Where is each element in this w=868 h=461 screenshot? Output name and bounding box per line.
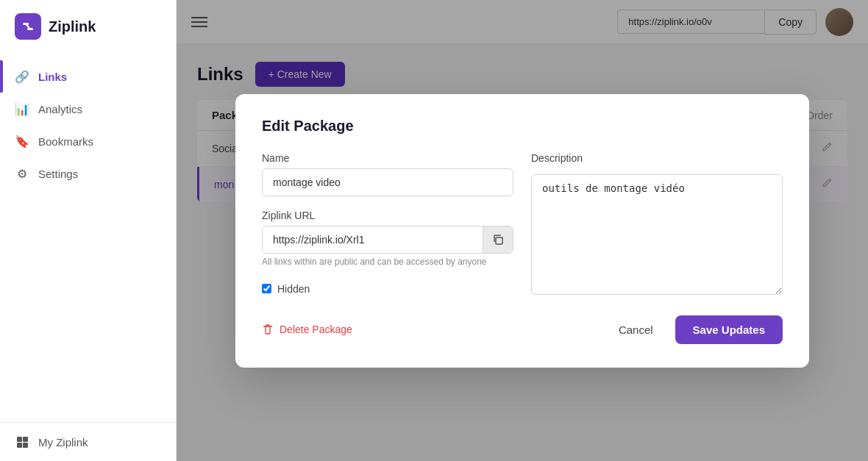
svg-rect-5 [23,437,28,442]
modal-left-column: Name Ziplink URL [262,152,513,295]
sidebar-bottom: My Ziplink [0,422,176,461]
description-label: Description [531,152,783,164]
modal-actions: Delete Package Cancel Save Updates [262,315,783,344]
svg-rect-6 [23,443,28,448]
svg-rect-3 [17,437,22,442]
sidebar-label-analytics: Analytics [38,103,82,115]
description-textarea[interactable]: outils de montage vidéo [531,174,783,295]
my-ziplink-icon [15,435,29,449]
modal-overlay: Edit Package Name Ziplink URL [177,0,868,461]
url-field-group: Ziplink URL All links within are public … [262,210,513,267]
modal-title: Edit Package [262,118,783,135]
ziplink-url-input[interactable] [263,226,483,253]
hidden-checkbox[interactable] [262,284,271,293]
url-field-wrapper [262,226,513,254]
modal-right-actions: Cancel Save Updates [605,315,783,344]
modal-right-column: Description outils de montage vidéo [531,152,783,295]
cancel-button[interactable]: Cancel [605,316,666,343]
sidebar-label-links: Links [38,71,67,83]
name-label: Name [262,152,513,164]
sidebar-item-settings[interactable]: ⚙ Settings [0,157,176,190]
link-icon: 🔗 [15,69,29,84]
sidebar-item-my-ziplink[interactable]: My Ziplink [15,435,161,449]
sidebar-item-analytics[interactable]: 📊 Analytics [0,93,176,125]
hidden-label: Hidden [277,283,310,295]
main-content: Copy Links + Create New Packages Order S… [177,0,868,461]
url-copy-button[interactable] [483,226,513,253]
save-updates-button[interactable]: Save Updates [675,315,783,344]
url-label: Ziplink URL [262,210,513,221]
url-hint: All links within are public and can be a… [262,257,513,267]
delete-package-label: Delete Package [280,324,352,335]
logo-area: Ziplink [0,0,176,53]
edit-package-modal: Edit Package Name Ziplink URL [235,94,809,368]
sidebar-nav: 🔗 Links 📊 Analytics 🔖 Bookmarks ⚙ Settin… [0,53,176,422]
logo-text: Ziplink [49,18,96,35]
hidden-checkbox-row: Hidden [262,283,513,295]
sidebar-label-bookmarks: Bookmarks [38,135,93,148]
name-field-group: Name [262,152,513,196]
trash-icon [262,324,274,335]
sidebar-item-links[interactable]: 🔗 Links [0,60,176,93]
analytics-icon: 📊 [15,101,29,116]
delete-package-button[interactable]: Delete Package [262,324,352,335]
svg-rect-4 [17,443,22,448]
logo-icon [15,13,41,40]
modal-form: Name Ziplink URL [262,152,783,295]
sidebar: Ziplink 🔗 Links 📊 Analytics 🔖 Bookmarks … [0,0,177,461]
sidebar-item-bookmarks[interactable]: 🔖 Bookmarks [0,125,176,157]
bookmark-icon: 🔖 [15,134,29,149]
sidebar-label-my-ziplink: My Ziplink [38,436,88,449]
settings-icon: ⚙ [15,166,29,181]
name-input[interactable] [262,168,513,196]
svg-rect-7 [496,237,502,244]
sidebar-label-settings: Settings [38,168,78,180]
